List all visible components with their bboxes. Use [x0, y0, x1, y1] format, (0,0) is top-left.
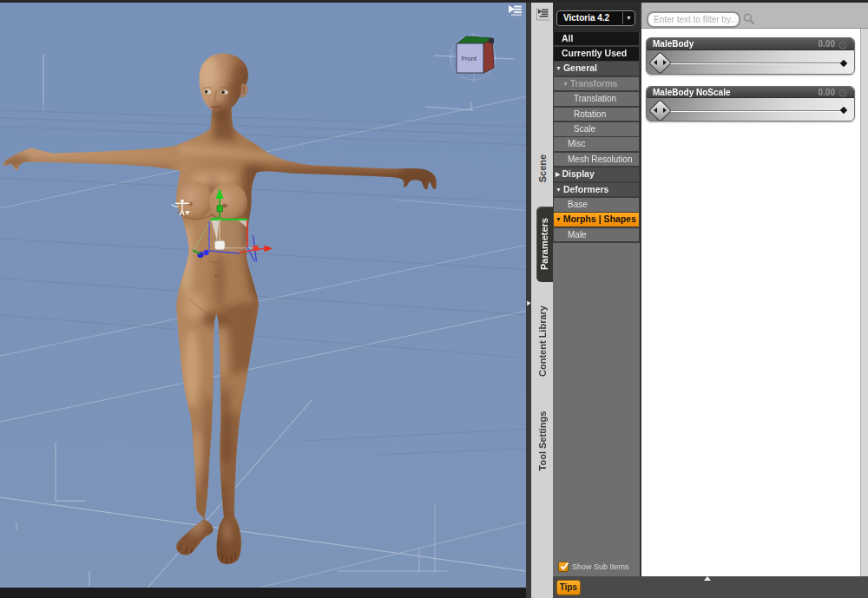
- svg-text:Front: Front: [462, 55, 477, 62]
